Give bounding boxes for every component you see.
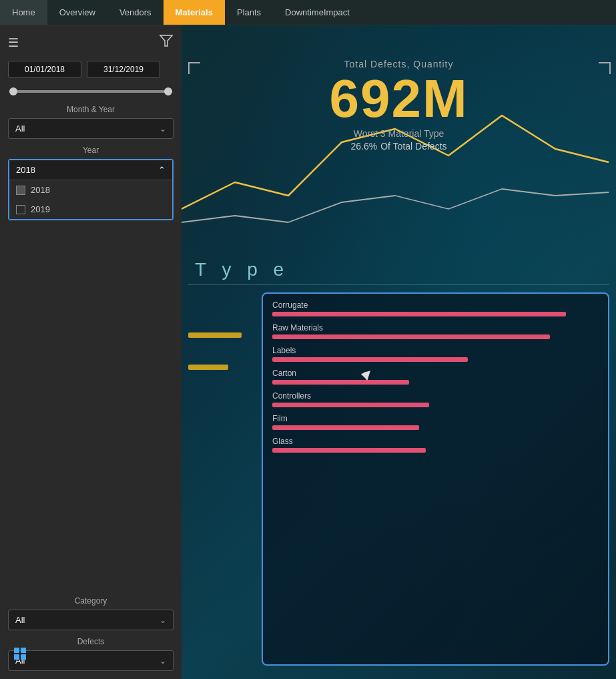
bar-label: Corrugate xyxy=(272,300,599,310)
bar-fill xyxy=(272,425,419,430)
bar-label: Film xyxy=(272,414,599,423)
nav-item-overview[interactable]: Overview xyxy=(47,0,107,25)
left-bar-1 xyxy=(188,332,242,338)
main-content: Total Defects, Quantity 692M Worst 3 Mat… xyxy=(182,25,616,679)
year-dropdown[interactable]: 2018 ⌃ 20182019 xyxy=(8,159,174,220)
defects-label: Defects xyxy=(8,637,174,646)
month-year-select[interactable]: All ⌄ xyxy=(8,118,174,139)
defects-filter: Defects All ⌄ xyxy=(8,637,174,671)
left-bar-item-2 xyxy=(188,365,255,370)
kpi-section: Total Defects, Quantity 692M Worst 3 Mat… xyxy=(182,59,616,153)
year-label: Year xyxy=(8,146,174,155)
bar-fill xyxy=(272,334,550,339)
bar-label: Carton xyxy=(272,369,599,378)
worst3-suffix: Of Total Defects xyxy=(380,141,446,152)
windows-start-button[interactable] xyxy=(8,642,32,666)
year-checkbox-2018[interactable] xyxy=(16,186,25,195)
bar-chart-area: CorrugateRaw MaterialsLabelsCartonContro… xyxy=(188,292,609,666)
nav-item-downtimeimpact[interactable]: DowntimeImpact xyxy=(273,0,362,25)
left-bar-item-1 xyxy=(188,332,255,338)
nav-item-home[interactable]: Home xyxy=(0,0,47,25)
year-dropdown-list: 20182019 xyxy=(9,180,172,219)
year-checkbox-2019[interactable] xyxy=(16,205,25,214)
bar-label: Controllers xyxy=(272,391,599,401)
worst3-label: Worst 3 Material Type xyxy=(182,128,616,139)
date-end-input[interactable] xyxy=(87,61,160,78)
chevron-up-icon: ⌃ xyxy=(158,165,166,175)
bar-label: Labels xyxy=(272,346,599,355)
kpi-label: Total Defects, Quantity xyxy=(182,59,616,69)
bar-row-glass: Glass xyxy=(272,437,599,453)
bar-fill xyxy=(272,403,429,407)
month-year-filter: Month & Year All ⌄ xyxy=(8,105,174,139)
year-option-2018[interactable]: 2018 xyxy=(9,180,172,200)
hamburger-icon[interactable]: ☰ xyxy=(8,35,19,50)
svg-rect-3 xyxy=(14,654,19,660)
bar-row-labels: Labels xyxy=(272,346,599,362)
bar-fill xyxy=(272,448,426,453)
chevron-down-icon: ⌄ xyxy=(160,656,166,666)
kpi-value: 692M xyxy=(182,72,616,126)
bar-fill xyxy=(272,312,566,316)
year-filter: Year 2018 ⌃ 20182019 xyxy=(8,146,174,220)
sidebar-top-row: ☰ xyxy=(8,33,174,51)
date-start-input[interactable] xyxy=(8,61,81,78)
sidebar: ☰ Month & Year All xyxy=(0,25,182,679)
left-bar-2 xyxy=(188,365,228,370)
chevron-down-icon: ⌄ xyxy=(160,616,166,625)
category-value: All xyxy=(15,615,25,625)
year-option-label-2018: 2018 xyxy=(31,185,50,195)
svg-marker-0 xyxy=(160,35,172,46)
svg-rect-2 xyxy=(21,648,26,653)
filter-icon[interactable] xyxy=(159,33,174,51)
month-year-value: All xyxy=(15,124,25,134)
chevron-down-icon: ⌄ xyxy=(160,124,166,134)
bar-fill xyxy=(272,357,468,362)
defects-select[interactable]: All ⌄ xyxy=(8,650,174,671)
bar-row-film: Film xyxy=(272,414,599,430)
date-range-row xyxy=(8,61,174,78)
bar-row-raw-materials: Raw Materials xyxy=(272,323,599,339)
separator-line xyxy=(188,284,609,285)
worst3-percentage: 26.6% xyxy=(350,141,377,152)
year-dropdown-header[interactable]: 2018 ⌃ xyxy=(9,160,172,180)
category-select[interactable]: All ⌄ xyxy=(8,610,174,630)
year-option-2019[interactable]: 2019 xyxy=(9,200,172,219)
bar-row-carton: Carton xyxy=(272,369,599,385)
top-navigation: HomeOverviewVendorsMaterialsPlantsDownti… xyxy=(0,0,616,25)
category-filter: Category All ⌄ xyxy=(8,596,174,630)
year-selected-value: 2018 xyxy=(16,165,35,175)
month-year-label: Month & Year xyxy=(8,105,174,114)
year-option-label-2019: 2019 xyxy=(31,204,50,214)
nav-item-materials[interactable]: Materials xyxy=(164,0,225,25)
category-label: Category xyxy=(8,596,174,606)
bar-label: Glass xyxy=(272,437,599,446)
nav-item-vendors[interactable]: Vendors xyxy=(107,0,164,25)
worst3-pct: 26.6% Of Total Defects xyxy=(182,139,616,153)
svg-rect-1 xyxy=(14,648,19,653)
svg-rect-4 xyxy=(21,654,26,660)
bar-row-controllers: Controllers xyxy=(272,391,599,407)
nav-item-plants[interactable]: Plants xyxy=(225,0,273,25)
left-bars xyxy=(188,292,255,666)
bar-row-corrugate: Corrugate xyxy=(272,300,599,316)
sidebar-empty-space xyxy=(8,227,174,590)
bar-fill xyxy=(272,380,409,385)
date-slider[interactable] xyxy=(8,85,174,98)
main-layout: ☰ Month & Year All xyxy=(0,25,616,679)
right-panel: CorrugateRaw MaterialsLabelsCartonContro… xyxy=(262,292,609,666)
type-label: T y p e xyxy=(195,259,289,280)
bar-label: Raw Materials xyxy=(272,323,599,332)
